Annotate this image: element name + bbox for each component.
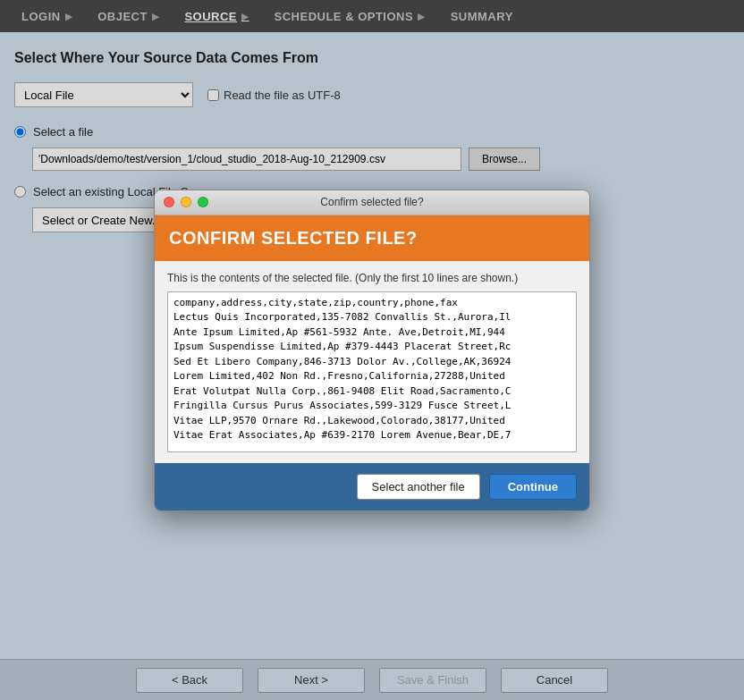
confirm-modal: Confirm selected file? CONFIRM SELECTED … xyxy=(154,190,590,511)
modal-titlebar: Confirm selected file? xyxy=(155,190,589,215)
titlebar-close-btn[interactable] xyxy=(164,197,174,207)
file-content-area[interactable]: company,address,city,state,zip,country,p… xyxy=(167,291,577,452)
modal-overlay: Confirm selected file? CONFIRM SELECTED … xyxy=(0,0,744,700)
titlebar-title: Confirm selected file? xyxy=(320,196,423,208)
modal-footer: Select another file Continue xyxy=(155,463,589,510)
titlebar-maximize-btn[interactable] xyxy=(198,197,208,207)
modal-description: This is the contents of the selected fil… xyxy=(167,272,577,284)
modal-body: This is the contents of the selected fil… xyxy=(155,261,589,463)
select-another-button[interactable]: Select another file xyxy=(357,474,480,500)
continue-button[interactable]: Continue xyxy=(489,474,577,500)
titlebar-minimize-btn[interactable] xyxy=(181,197,191,207)
modal-header: CONFIRM SELECTED FILE? xyxy=(155,215,589,261)
modal-header-title: CONFIRM SELECTED FILE? xyxy=(169,228,575,249)
